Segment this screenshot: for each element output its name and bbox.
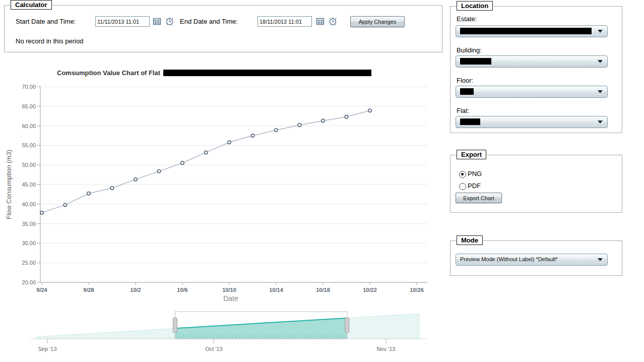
x-axis-tick-label: 10/18 [316, 287, 330, 293]
calculator-legend: Calculator [11, 0, 52, 10]
location-panel: Location Estate: Building: Floor: Flat: [450, 6, 622, 133]
end-clock-icon[interactable] [328, 17, 338, 26]
data-point[interactable] [134, 178, 137, 181]
data-point[interactable] [275, 129, 278, 132]
calculator-panel: Calculator Start Date and Time: End Date… [4, 5, 442, 52]
y-axis-tick-label: 70.00 [22, 84, 36, 90]
x-axis-tick-label: 9/28 [83, 287, 94, 293]
y-axis-tick-label: 20.00 [22, 279, 36, 285]
y-axis-tick-label: 30.00 [22, 240, 36, 246]
data-point[interactable] [321, 119, 325, 122]
data-point[interactable] [40, 211, 43, 214]
x-axis-tick-label: 9/24 [36, 287, 47, 293]
date-range-navigator: Sep '13Oct '13Nov '13 [0, 307, 443, 359]
floor-dropdown[interactable] [456, 86, 608, 98]
y-axis-tick-label: 60.00 [22, 123, 36, 129]
navigator-axis-label: Oct '13 [205, 346, 223, 352]
x-axis-tick-label: 10/2 [130, 287, 141, 293]
data-point[interactable] [345, 115, 348, 118]
y-axis-tick-label: 25.00 [22, 260, 36, 266]
data-point[interactable] [368, 109, 371, 112]
end-date-input[interactable] [257, 16, 312, 27]
y-axis-tick-label: 40.00 [22, 201, 36, 207]
start-date-label: Start Date and Time: [16, 18, 76, 25]
png-radio-label[interactable]: PNG [468, 170, 482, 177]
y-axis-tick-label: 55.00 [22, 142, 36, 148]
mode-panel: Mode Preview Mode (Without Label) *Defau… [450, 240, 622, 276]
start-date-input[interactable] [95, 16, 150, 27]
chevron-down-icon [598, 120, 603, 124]
chevron-down-icon [598, 60, 603, 63]
data-point[interactable] [157, 169, 160, 172]
y-axis-tick-label: 45.00 [22, 182, 36, 188]
location-legend: Location [457, 1, 493, 11]
building-label: Building: [457, 46, 482, 54]
data-point[interactable] [87, 192, 90, 195]
redacted-floor-value [460, 88, 474, 95]
x-axis-tick-label: 10/22 [363, 287, 377, 293]
x-axis-tick-label: 10/14 [269, 287, 283, 293]
redacted-flat-value [460, 118, 480, 125]
export-legend: Export [457, 150, 486, 159]
estate-dropdown[interactable] [456, 25, 608, 37]
redacted-building-value [460, 58, 491, 65]
apply-changes-button[interactable]: Apply Changes [350, 16, 405, 27]
data-point[interactable] [204, 151, 207, 154]
building-dropdown[interactable] [456, 55, 608, 68]
redacted-flat-name [163, 70, 371, 76]
y-axis-tick-label: 50.00 [22, 162, 36, 168]
flat-label: Flat: [457, 107, 469, 114]
navigator-axis-label: Nov '13 [376, 346, 395, 352]
pdf-radio[interactable] [459, 183, 466, 190]
status-message: No record in this period [16, 37, 83, 45]
data-point[interactable] [110, 187, 113, 190]
consumption-line-chart: 20.0025.0030.0035.0040.0045.0050.0055.00… [0, 77, 443, 304]
y-axis-title: Flow Consumption (m3) [5, 150, 13, 219]
chevron-down-icon [598, 90, 603, 93]
mode-selected-value: Preview Mode (Without Label) *Default* [460, 256, 558, 262]
start-calendar-icon[interactable] [152, 17, 162, 26]
chevron-down-icon [598, 258, 603, 261]
end-date-label: End Date and Time: [180, 18, 238, 25]
redacted-estate-value [460, 28, 592, 34]
floor-label: Floor: [457, 77, 473, 84]
mode-dropdown[interactable]: Preview Mode (Without Label) *Default* [456, 254, 608, 266]
pdf-radio-label[interactable]: PDF [468, 182, 481, 190]
y-axis-tick-label: 65.00 [22, 103, 36, 109]
chevron-down-icon [598, 30, 603, 33]
export-panel: Export PNG PDF Export Chart [450, 155, 622, 213]
data-point[interactable] [251, 134, 254, 137]
mode-legend: Mode [457, 235, 483, 245]
y-axis-tick-label: 35.00 [22, 221, 36, 227]
consumption-dashboard: Calculator Start Date and Time: End Date… [0, 0, 644, 362]
start-clock-icon[interactable] [165, 17, 174, 26]
estate-label: Estate: [457, 15, 477, 23]
png-radio[interactable] [459, 171, 466, 178]
navigator-axis-label: Sep '13 [38, 346, 57, 352]
flat-dropdown[interactable] [456, 116, 608, 128]
data-point[interactable] [63, 203, 67, 206]
chart-title: Comsumption Value Chart of Flat [57, 69, 371, 77]
navigator-right-handle[interactable] [345, 318, 349, 333]
end-calendar-icon[interactable] [315, 17, 325, 26]
x-axis-tick-label: 10/10 [222, 287, 236, 293]
x-axis-tick-label: 10/6 [177, 287, 187, 293]
navigator-left-handle[interactable] [173, 318, 177, 333]
x-axis-title: Date [223, 294, 238, 303]
data-point[interactable] [228, 141, 231, 144]
export-chart-button[interactable]: Export Chart [456, 193, 502, 203]
x-axis-tick-label: 10/26 [410, 287, 424, 293]
chart-title-text: Comsumption Value Chart of Flat [57, 69, 160, 77]
data-point[interactable] [298, 124, 301, 127]
data-point[interactable] [181, 161, 184, 164]
